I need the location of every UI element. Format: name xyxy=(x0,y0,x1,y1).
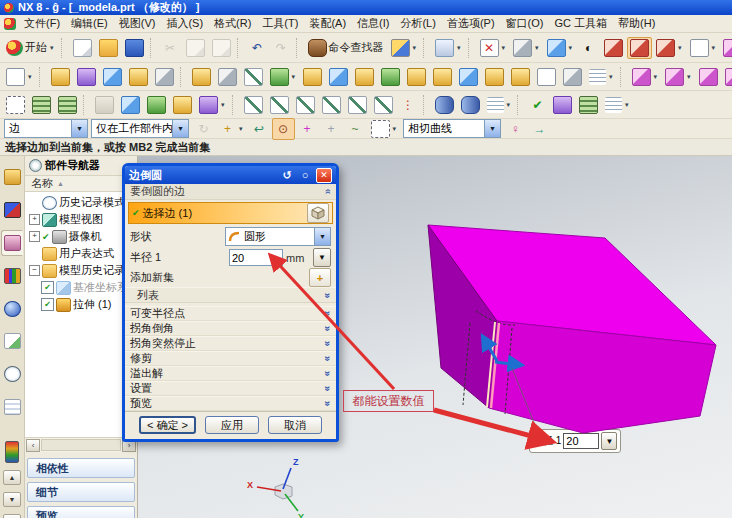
system-materials-tab[interactable] xyxy=(1,361,23,387)
onscreen-radius-input[interactable] xyxy=(563,433,599,449)
invert-selection-button[interactable]: ↩ xyxy=(248,118,271,140)
requirement-button[interactable] xyxy=(550,94,575,116)
apply-button[interactable]: 应用 xyxy=(205,416,259,434)
dialog-title-bar[interactable]: 边倒圆 ↺ ○ ✕ xyxy=(125,166,336,184)
tree-item-6[interactable]: ✔拉伸 (1) xyxy=(25,296,137,313)
dialog-section-5[interactable]: 设置» xyxy=(125,381,336,396)
expand-icon[interactable]: + xyxy=(29,214,40,225)
constraint-navigator-tab[interactable] xyxy=(1,197,23,223)
tree-item-3[interactable]: 用户表达式 xyxy=(25,245,137,262)
dialog-reset-icon[interactable]: ↺ xyxy=(280,169,294,182)
collapse-chevron-icon[interactable]: » xyxy=(323,189,334,195)
expand-chevron-icon[interactable]: » xyxy=(323,341,334,347)
snap-oh1-button[interactable] xyxy=(345,94,370,116)
open-button[interactable] xyxy=(96,37,121,59)
rectangle-method-button[interactable]: ▾ xyxy=(368,118,401,140)
menu-item-5[interactable]: 工具(T) xyxy=(257,15,303,32)
wireframe-button[interactable]: ▾ xyxy=(653,37,686,59)
onscreen-radius-tag[interactable]: 半径 1 ▼ xyxy=(529,429,621,453)
table-button[interactable] xyxy=(576,94,601,116)
menu-item-9[interactable]: 首选项(P) xyxy=(442,15,500,32)
window-button[interactable]: ▾ xyxy=(432,37,465,59)
chevron-down-icon[interactable]: ▾ xyxy=(624,101,630,109)
pull-face-button[interactable]: ▾ xyxy=(662,66,695,88)
tree-item-2[interactable]: +✔摄像机 xyxy=(25,228,137,245)
expand-chevron-icon[interactable]: » xyxy=(323,386,334,392)
roles-tab[interactable] xyxy=(1,394,23,420)
add-new-set-button[interactable]: + xyxy=(309,268,331,287)
chevron-down-icon[interactable]: ▾ xyxy=(501,44,507,52)
revolve-button[interactable] xyxy=(215,66,240,88)
chevron-down-icon[interactable]: ▾ xyxy=(534,44,540,52)
chevron-down-icon[interactable]: ▾ xyxy=(568,44,574,52)
unite-button[interactable] xyxy=(430,66,455,88)
resize-face-button[interactable]: ▾ xyxy=(722,66,732,88)
snap-os1-button[interactable] xyxy=(293,94,318,116)
panel-details[interactable]: 细节 xyxy=(27,482,135,502)
expand-chevron-icon[interactable]: » xyxy=(323,326,334,332)
expand-chevron-icon[interactable]: » xyxy=(323,356,334,362)
checkbox-checked-icon[interactable]: ✔ xyxy=(41,298,54,311)
shaded-edges-button[interactable] xyxy=(627,37,652,59)
scroll-left-button[interactable]: ‹ xyxy=(26,439,40,452)
chevron-down-icon[interactable]: ▾ xyxy=(220,101,226,109)
select-edge-row[interactable]: ✔ 选择边 (1) xyxy=(128,202,333,224)
shell-button[interactable] xyxy=(326,66,351,88)
save-button[interactable] xyxy=(122,37,147,59)
datum-axis-button[interactable] xyxy=(74,66,99,88)
dialog-section-1[interactable]: 拐角倒角» xyxy=(125,321,336,336)
wireframe2-button[interactable]: ▾ xyxy=(602,95,633,115)
assembly-navigator-tab[interactable] xyxy=(1,164,23,190)
part-cleanup-button[interactable] xyxy=(170,94,195,116)
add-to-selection-button[interactable]: + xyxy=(296,118,319,140)
dialog-section-3[interactable]: 修剪» xyxy=(125,351,336,366)
menu-item-11[interactable]: GC 工具箱 xyxy=(549,15,612,32)
thread-button[interactable] xyxy=(560,66,585,88)
facet-edges-button[interactable] xyxy=(601,37,626,59)
history-palette-tab[interactable] xyxy=(1,329,23,355)
dialog-options-icon[interactable]: ○ xyxy=(298,169,312,181)
menu-item-4[interactable]: 格式(R) xyxy=(209,15,256,32)
chevron-down-icon[interactable]: ▾ xyxy=(677,44,683,52)
menu-item-7[interactable]: 信息(I) xyxy=(352,15,394,32)
fit-view-button[interactable] xyxy=(3,94,28,116)
start-menu-button[interactable]: 开始▾ xyxy=(3,38,58,58)
tube-button[interactable]: ▾ xyxy=(267,66,300,88)
annotation-button[interactable]: ▾ xyxy=(196,94,229,116)
expand-chevron-icon[interactable]: » xyxy=(323,371,334,377)
horizontal-scrollbar[interactable]: ‹ › xyxy=(25,437,137,452)
new-file-button[interactable] xyxy=(70,37,95,59)
chevron-down-icon[interactable]: ▾ xyxy=(686,73,692,81)
snap-oh2-button[interactable] xyxy=(371,94,396,116)
sketch-button[interactable]: ▾ xyxy=(3,66,36,88)
orient-view-button[interactable]: ✕▾ xyxy=(477,37,510,59)
layer-settings-button[interactable] xyxy=(29,94,54,116)
chevron-down-icon[interactable]: ▾ xyxy=(711,44,717,52)
web-browser-tab[interactable] xyxy=(1,296,23,322)
mesh-button[interactable]: ▾ xyxy=(484,95,515,115)
edges-group-header[interactable]: 要倒圆的边 » xyxy=(125,184,336,200)
shaded-view-button[interactable]: ▾ xyxy=(544,37,577,59)
dialog-section-0[interactable]: 可变半径点» xyxy=(125,306,336,321)
collapse-icon[interactable]: − xyxy=(29,265,40,276)
sphere-button[interactable] xyxy=(152,66,177,88)
clip-section-button[interactable] xyxy=(720,37,732,59)
chevron-down-icon[interactable]: ▾ xyxy=(608,73,614,81)
tree-item-1[interactable]: +模型视图 xyxy=(25,211,137,228)
highlight-toggle-button[interactable]: ⊙ xyxy=(272,118,295,140)
chevron-down-icon[interactable]: ▼ xyxy=(484,120,500,137)
snap-os2-button[interactable] xyxy=(319,94,344,116)
chevron-down-icon[interactable]: ▾ xyxy=(49,44,55,52)
chevron-down-icon[interactable]: ▾ xyxy=(291,73,297,81)
dialog-section-2[interactable]: 拐角突然停止» xyxy=(125,336,336,351)
chevron-down-icon[interactable]: ▾ xyxy=(392,125,398,133)
chevron-down-icon[interactable]: ▾ xyxy=(238,125,244,133)
chevron-down-icon[interactable]: ▼ xyxy=(314,228,330,245)
tree-item-4[interactable]: −模型历史记录 xyxy=(25,262,137,279)
delete-face-button[interactable] xyxy=(696,66,721,88)
menu-item-10[interactable]: 窗口(O) xyxy=(501,15,549,32)
chevron-down-icon[interactable]: ▼ xyxy=(172,120,188,137)
render-style-button[interactable]: ◐ xyxy=(577,38,600,58)
tree-item-0[interactable]: 历史记录模式 xyxy=(25,194,137,211)
expand-icon[interactable]: + xyxy=(29,231,40,242)
